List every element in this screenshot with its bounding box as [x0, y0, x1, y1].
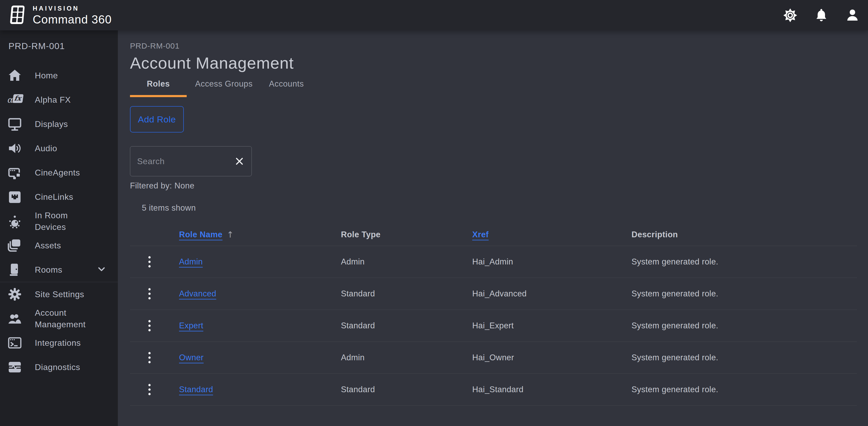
- sidebar-item-cineagents[interactable]: CineAgents: [0, 161, 118, 185]
- table-header-row: Role Name ↑ Role Type Xref Description: [130, 223, 857, 246]
- sidebar-item-site-settings[interactable]: Site Settings: [0, 282, 118, 307]
- items-shown-count: 5 items shown: [130, 203, 857, 213]
- table-row: Advanced Standard Hai_Advanced System ge…: [130, 278, 857, 310]
- roles-table: Role Name ↑ Role Type Xref Description A…: [130, 223, 857, 406]
- sidebar-item-alpha-fx[interactable]: αfx Alpha FX: [0, 88, 118, 112]
- sidebar-item-in-room-devices[interactable]: In Room Devices: [0, 209, 118, 233]
- site-label: PRD-RM-001: [0, 41, 118, 51]
- role-type-cell: Standard: [341, 321, 472, 331]
- xref-cell: Hai_Advanced: [472, 289, 631, 299]
- ethernet-icon: [7, 190, 22, 204]
- role-link[interactable]: Standard: [179, 385, 213, 394]
- table-row: Admin Admin Hai_Admin System generated r…: [130, 246, 857, 278]
- brand-haivision: HAIVISION: [33, 5, 112, 11]
- chevron-down-icon: [96, 263, 107, 276]
- search-input[interactable]: [137, 157, 232, 166]
- xref-sort-link[interactable]: Xref: [472, 230, 489, 239]
- sidebar-item-account-management[interactable]: Account Management: [0, 307, 118, 331]
- column-header-role-name: Role Name ↑: [179, 230, 341, 240]
- row-actions-kebab-icon[interactable]: [146, 316, 153, 335]
- xref-cell: Hai_Expert: [472, 321, 631, 331]
- stack-icon: [7, 238, 22, 253]
- brand: HAIVISION Command 360: [9, 5, 112, 26]
- xref-cell: Hai_Admin: [472, 257, 631, 266]
- tab-roles[interactable]: Roles: [130, 79, 187, 97]
- door-icon: [7, 262, 22, 277]
- table-row: Expert Standard Hai_Expert System genera…: [130, 310, 857, 342]
- description-cell: System generated role.: [631, 321, 857, 331]
- tab-access-groups[interactable]: Access Groups: [195, 79, 253, 97]
- column-header-description: Description: [631, 230, 857, 239]
- monitor-icon: [7, 117, 22, 132]
- topbar-actions: [782, 8, 860, 23]
- sidebar-item-displays[interactable]: Displays: [0, 112, 118, 136]
- window-cast-icon: [7, 165, 22, 180]
- sidebar-item-audio[interactable]: Audio: [0, 136, 118, 161]
- role-link[interactable]: Advanced: [179, 289, 216, 298]
- description-cell: System generated role.: [631, 353, 857, 362]
- clear-search-icon[interactable]: [232, 154, 247, 169]
- notifications-bell-icon[interactable]: [814, 8, 829, 23]
- role-type-cell: Admin: [341, 257, 472, 266]
- gear-icon: [7, 287, 22, 302]
- column-header-role-type: Role Type: [341, 230, 472, 239]
- xref-cell: Hai_Standard: [472, 385, 631, 394]
- room-device-icon: [7, 214, 22, 229]
- pulse-icon: [7, 360, 22, 374]
- description-cell: System generated role.: [631, 257, 857, 266]
- role-link[interactable]: Expert: [179, 321, 203, 330]
- search-box: [130, 146, 252, 176]
- role-type-cell: Standard: [341, 385, 472, 394]
- row-actions-kebab-icon[interactable]: [146, 252, 153, 271]
- tab-bar: Roles Access Groups Accounts: [130, 79, 857, 97]
- alpha-fx-icon: αfx: [7, 92, 22, 107]
- row-actions-kebab-icon[interactable]: [146, 380, 153, 399]
- home-icon: [7, 68, 22, 83]
- sidebar-item-assets[interactable]: Assets: [0, 233, 118, 258]
- row-actions-kebab-icon[interactable]: [146, 348, 153, 367]
- row-actions-kebab-icon[interactable]: [146, 284, 153, 303]
- xref-cell: Hai_Owner: [472, 353, 631, 362]
- speaker-icon: [7, 141, 22, 156]
- sort-ascending-icon: ↑: [227, 230, 234, 240]
- table-row: Owner Admin Hai_Owner System generated r…: [130, 342, 857, 374]
- filter-status: Filtered by: None: [130, 181, 857, 191]
- role-type-cell: Standard: [341, 289, 472, 299]
- table-row: Standard Standard Hai_Standard System ge…: [130, 374, 857, 406]
- description-cell: System generated role.: [631, 385, 857, 394]
- haivision-logo-icon: [9, 5, 26, 26]
- sidebar-nav: Home αfx Alpha FX Displays: [0, 63, 118, 379]
- add-role-button[interactable]: Add Role: [130, 106, 184, 133]
- brand-text: HAIVISION Command 360: [33, 5, 112, 25]
- top-bar: HAIVISION Command 360: [0, 0, 868, 30]
- role-link[interactable]: Owner: [179, 353, 204, 362]
- breadcrumb: PRD-RM-001: [130, 41, 857, 50]
- role-link[interactable]: Admin: [179, 257, 203, 266]
- users-icon: [7, 311, 22, 326]
- sidebar-item-home[interactable]: Home: [0, 63, 118, 88]
- role-type-cell: Admin: [341, 353, 472, 362]
- sidebar: PRD-RM-001 Home αfx Alpha FX: [0, 30, 118, 426]
- sidebar-item-cinelinks[interactable]: CineLinks: [0, 185, 118, 209]
- user-account-icon[interactable]: [845, 8, 860, 23]
- column-header-xref: Xref: [472, 230, 631, 239]
- description-cell: System generated role.: [631, 289, 857, 299]
- settings-gear-icon[interactable]: [782, 8, 798, 23]
- terminal-icon: [7, 336, 22, 350]
- sidebar-item-integrations[interactable]: Integrations: [0, 331, 118, 355]
- brand-command-360: Command 360: [33, 14, 112, 25]
- sidebar-item-rooms[interactable]: Rooms: [0, 258, 118, 282]
- page-title: Account Management: [130, 54, 857, 72]
- tab-accounts[interactable]: Accounts: [269, 79, 304, 97]
- main-content: PRD-RM-001 Account Management Roles Acce…: [118, 30, 868, 426]
- sidebar-item-diagnostics[interactable]: Diagnostics: [0, 355, 118, 379]
- role-name-sort-link[interactable]: Role Name: [179, 230, 222, 239]
